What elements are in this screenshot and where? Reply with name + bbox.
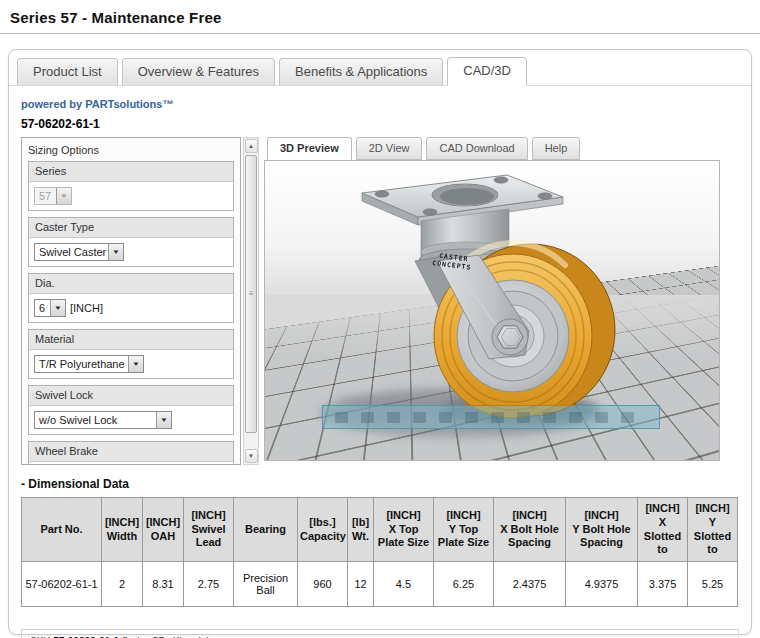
select-value: 6 [35,300,50,316]
tab-benefits-applications[interactable]: Benefits & Applications [279,58,443,85]
select-value: Swivel Caster [35,244,108,260]
viewer-tool-icon[interactable] [413,412,426,423]
chevron-down-icon: ▼ [56,188,71,204]
tab-help[interactable]: Help [532,137,581,160]
option-group-series: Series 57 ▼ [28,161,234,211]
col-x-bolt-hole: [INCH] X Bolt Hole Spacing [494,498,566,562]
viewer-tool-icon[interactable] [439,412,452,423]
col-x-top-plate: [INCH] X Top Plate Size [374,498,434,562]
cell-swivel-lead: 2.75 [184,562,234,607]
option-label: Material [29,330,233,350]
tab-2d-view[interactable]: 2D View [356,137,423,160]
viewer-tool-icon[interactable] [595,412,608,423]
option-label: Swivel Lock [29,386,233,406]
rfq-section: SKU 57-06202-61-1 Series 57 - Kingpinles… [21,629,739,638]
chevron-down-icon: ▼ [108,244,123,260]
powered-by-link[interactable]: powered by PARTsolutions™ [21,98,739,110]
sizing-options-scrollarea: Sizing Options Series 57 ▼ Caster Type [21,137,241,465]
scroll-down-button[interactable]: ▼ [245,449,258,463]
tab-overview-features[interactable]: Overview & Features [122,58,275,85]
tab-product-list[interactable]: Product List [17,58,118,85]
viewer-tool-icon[interactable] [335,412,348,423]
viewer-tool-icon[interactable] [361,412,374,423]
preview-tabbar: 3D Preview 2D View CAD Download Help [264,137,722,160]
option-label: Dia. [29,274,233,294]
scrollbar-thumb[interactable]: ≡ [245,155,257,433]
option-group-wheel-brake: Wheel Brake w/o Wheel Brake ▼ [28,441,234,465]
configured-part-number: 57-06202-61-1 [21,117,739,131]
viewer-tool-icon[interactable] [387,412,400,423]
page-title: Series 57 - Maintenance Free [10,9,760,26]
swivel-lock-select[interactable]: w/o Swivel Lock ▼ [34,411,172,429]
sizing-scrollbar[interactable]: ▲ ≡ ▼ [243,137,259,465]
tab-3d-preview[interactable]: 3D Preview [267,137,352,161]
col-bearing: Bearing [234,498,298,562]
unit-label: [INCH] [70,302,103,314]
cell-oah: 8.31 [143,562,184,607]
viewer-tool-icon[interactable] [465,412,478,423]
chevron-down-icon: ▼ [128,356,143,372]
cell-x-slotted: 3.375 [638,562,688,607]
title-divider [0,33,760,34]
cell-capacity: 960 [298,562,348,607]
viewer-tool-icon[interactable] [517,412,530,423]
table-row: 57-06202-61-1 2 8.31 2.75 Precision Ball… [22,562,738,607]
viewer-tool-icon[interactable] [543,412,556,423]
option-label: Caster Type [29,218,233,238]
col-wt: [lb] Wt. [348,498,374,562]
scroll-down-icon: ▼ [248,453,254,459]
series-select[interactable]: 57 ▼ [34,187,72,205]
col-y-bolt-hole: [INCH] Y Bolt Hole Spacing [566,498,638,562]
cell-bearing: Precision Ball [234,562,298,607]
cell-part-no: 57-06202-61-1 [22,562,102,607]
tab-cad-download[interactable]: CAD Download [426,137,527,160]
option-label: Series [29,162,233,182]
col-capacity: [lbs.] Capacity [298,498,348,562]
dimensional-data-title: - Dimensional Data [21,477,739,491]
viewer-tool-icon[interactable] [621,412,634,423]
scroll-up-button[interactable]: ▲ [245,139,258,153]
cell-x-bolt-hole: 2.4375 [494,562,566,607]
cell-y-bolt-hole: 4.9375 [566,562,638,607]
cell-width: 2 [102,562,143,607]
chevron-down-icon: ▼ [50,300,65,316]
col-x-slotted: [INCH] X Slotted to [638,498,688,562]
col-part-no: Part No. [22,498,102,562]
tab-cad-3d[interactable]: CAD/3D [447,57,527,86]
col-y-top-plate: [INCH] Y Top Plate Size [434,498,494,562]
table-header-row: Part No. [INCH] Width [INCH] OAH [INCH] … [22,498,738,562]
select-value: w/o Swivel Lock [35,412,156,428]
viewer-tool-icon[interactable] [491,412,504,423]
sizing-options-title: Sizing Options [22,138,240,161]
main-panel: Product List Overview & Features Benefit… [8,49,752,635]
viewer-tool-icon[interactable] [569,412,582,423]
col-y-slotted: [INCH] Y Slotted to [688,498,738,562]
option-group-swivel-lock: Swivel Lock w/o Swivel Lock ▼ [28,385,234,435]
col-oah: [INCH] OAH [143,498,184,562]
select-value: 57 [35,188,56,204]
chevron-down-icon: ▼ [156,412,171,428]
cell-y-top-plate: 6.25 [434,562,494,607]
option-group-caster-type: Caster Type Swivel Caster ▼ [28,217,234,267]
dimensional-data-table: Part No. [INCH] Width [INCH] OAH [INCH] … [21,497,738,607]
caster-axle-nut [492,319,528,355]
option-group-material: Material T/R Polyurethane ▼ [28,329,234,379]
material-select[interactable]: T/R Polyurethane ▼ [34,355,144,373]
select-value: T/R Polyurethane [35,356,128,372]
cell-x-top-plate: 4.5 [374,562,434,607]
caster-type-select[interactable]: Swivel Caster ▼ [34,243,124,261]
option-group-dia: Dia. 6 ▼ [INCH] [28,273,234,323]
main-tabbar: Product List Overview & Features Benefit… [9,50,751,86]
col-swivel-lead: [INCH] Swivel Lead [184,498,234,562]
viewer-toolbar[interactable] [322,405,660,429]
cell-y-slotted: 5.25 [688,562,738,607]
cad3d-content: powered by PARTsolutions™ 57-06202-61-1 … [9,86,751,638]
3d-viewport[interactable]: CASTER CONCEPTS [264,160,720,461]
col-width: [INCH] Width [102,498,143,562]
cell-wt: 12 [348,562,374,607]
dia-select[interactable]: 6 ▼ [34,299,66,317]
option-label: Wheel Brake [29,442,233,462]
scroll-up-icon: ▲ [248,143,254,149]
preview-panel: 3D Preview 2D View CAD Download Help [264,137,722,465]
sizing-options-panel: Sizing Options Series 57 ▼ Caster Type [21,137,259,465]
